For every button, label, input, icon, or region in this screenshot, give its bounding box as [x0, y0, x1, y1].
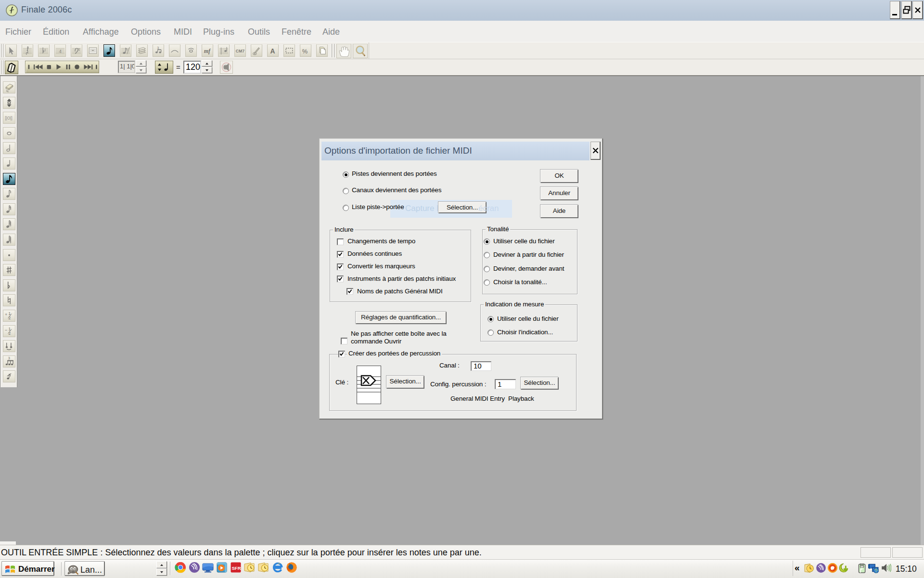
svg-text:4: 4 — [59, 48, 62, 54]
svg-text:–: – — [5, 328, 7, 332]
svg-text:[|O|]: [|O|] — [5, 116, 12, 120]
svg-text:+: + — [5, 313, 7, 317]
svg-text:mf: mf — [204, 48, 211, 54]
svg-text:2: 2 — [9, 331, 11, 336]
svg-text:SFR: SFR — [232, 565, 241, 571]
svg-text:%: % — [302, 48, 308, 55]
svg-text:A: A — [270, 48, 275, 55]
svg-text:CM7: CM7 — [236, 49, 245, 53]
svg-text:2: 2 — [9, 316, 11, 320]
svg-text:3: 3 — [8, 356, 10, 360]
